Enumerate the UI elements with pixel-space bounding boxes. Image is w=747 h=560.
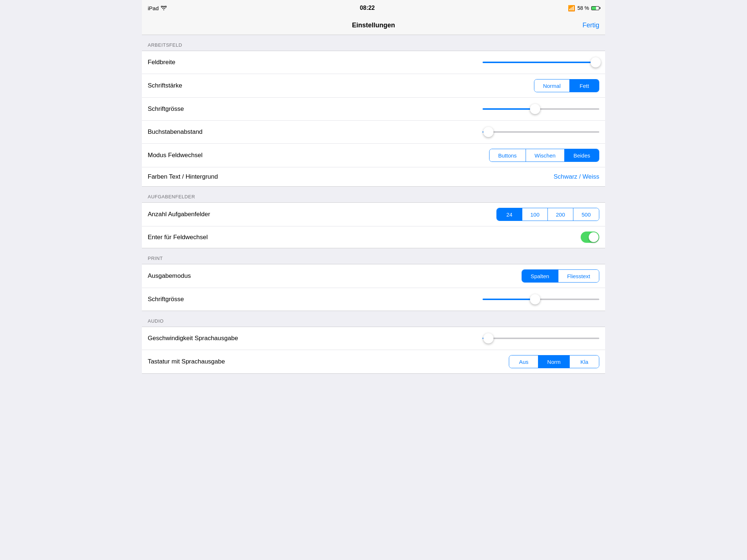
slider-schriftgroesse-print[interactable]	[483, 293, 599, 306]
page-title: Einstellungen	[352, 22, 395, 29]
row-schriftgroesse-print: Schriftgrösse	[142, 288, 605, 311]
audio-group: Geschwindigkeit Sprachausgabe Tastatur m…	[142, 327, 605, 374]
segmented-item-buttons[interactable]: Buttons	[489, 149, 526, 162]
segmented-item-beides[interactable]: Beides	[565, 149, 599, 162]
section-header-arbeitsfeld: ARBEITSFELD	[142, 35, 605, 51]
label-farben-text: Farben Text / Hintergrund	[148, 173, 218, 180]
label-modus-feldwechsel: Modus Feldwechsel	[148, 152, 202, 159]
control-ausgabemodus: Spalten Fliesstext	[191, 269, 599, 283]
segmented-item-aus[interactable]: Aus	[509, 355, 538, 368]
row-modus-feldwechsel: Modus Feldwechsel Buttons Wischen Beides	[142, 144, 605, 167]
row-enter-feldwechsel: Enter für Feldwechsel	[142, 226, 605, 248]
segmented-schriftstaerke[interactable]: Normal Fett	[534, 79, 599, 92]
row-schriftstaerke: Schriftstärke Normal Fett	[142, 74, 605, 98]
label-geschwindigkeit-sprachausgabe: Geschwindigkeit Sprachausgabe	[148, 335, 238, 342]
label-tastatur-sprachausgabe: Tastatur mit Sprachausgabe	[148, 358, 225, 365]
segmented-item-norm[interactable]: Norm	[538, 355, 570, 368]
label-schriftgroesse-print: Schriftgrösse	[148, 296, 184, 303]
label-anzahl-aufgabenfelder: Anzahl Aufgabenfelder	[148, 211, 210, 218]
slider-geschwindigkeit[interactable]	[483, 332, 599, 345]
label-buchstabenabstand: Buchstabenabstand	[148, 128, 202, 136]
wifi-icon	[161, 5, 167, 11]
slider-thumb-feldbreite[interactable]	[591, 57, 601, 67]
toggle-thumb-enter	[589, 232, 599, 242]
row-geschwindigkeit-sprachausgabe: Geschwindigkeit Sprachausgabe	[142, 327, 605, 350]
segmented-item-500[interactable]: 500	[573, 208, 599, 221]
section-header-audio: AUDIO	[142, 311, 605, 327]
segmented-item-200[interactable]: 200	[548, 208, 573, 221]
label-schriftstaerke: Schriftstärke	[148, 82, 182, 89]
aufgabenfelder-group: Anzahl Aufgabenfelder 24 100 200 500 Ent…	[142, 202, 605, 248]
segmented-anzahl[interactable]: 24 100 200 500	[496, 208, 599, 221]
row-farben-text[interactable]: Farben Text / Hintergrund Schwarz / Weis…	[142, 167, 605, 186]
segmented-item-fett[interactable]: Fett	[570, 79, 599, 92]
bluetooth-icon: 📶	[568, 5, 575, 12]
control-geschwindigkeit-sprachausgabe	[238, 332, 599, 345]
print-group: Ausgabemodus Spalten Fliesstext Schriftg…	[142, 264, 605, 311]
row-buchstabenabstand: Buchstabenabstand	[142, 121, 605, 144]
slider-feldbreite[interactable]	[483, 56, 599, 69]
row-feldbreite: Feldbreite	[142, 51, 605, 74]
segmented-item-normal[interactable]: Normal	[534, 79, 570, 92]
control-tastatur-sprachausgabe: Aus Norm Kla	[225, 355, 599, 368]
toggle-enter-feldwechsel[interactable]	[581, 232, 599, 243]
control-farben-text: Schwarz / Weiss	[218, 173, 599, 180]
segmented-ausgabemodus[interactable]: Spalten Fliesstext	[522, 269, 599, 283]
label-ausgabemodus: Ausgabemodus	[148, 272, 191, 280]
section-header-print: PRINT	[142, 248, 605, 264]
done-button[interactable]: Fertig	[582, 22, 599, 29]
control-schriftgroesse	[184, 103, 599, 115]
status-left: iPad	[148, 5, 167, 11]
slider-buchstabenabstand[interactable]	[483, 126, 599, 138]
status-right: 📶 58 %	[568, 5, 599, 12]
device-label: iPad	[148, 5, 159, 11]
segmented-item-wischen[interactable]: Wischen	[526, 149, 565, 162]
battery-icon	[591, 6, 599, 10]
slider-thumb-schriftgroesse[interactable]	[530, 104, 540, 114]
slider-thumb-buchstabenabstand[interactable]	[483, 127, 494, 137]
control-schriftgroesse-print	[184, 293, 599, 306]
control-anzahl-aufgabenfelder: 24 100 200 500	[210, 208, 599, 221]
control-buchstabenabstand	[202, 126, 599, 138]
segmented-item-spalten[interactable]: Spalten	[522, 270, 558, 282]
nav-bar: Einstellungen Fertig	[142, 16, 605, 35]
slider-schriftgroesse[interactable]	[483, 103, 599, 115]
row-schriftgroesse: Schriftgrösse	[142, 98, 605, 121]
label-schriftgroesse: Schriftgrösse	[148, 105, 184, 113]
control-schriftstaerke: Normal Fett	[182, 79, 599, 92]
control-enter-feldwechsel	[208, 232, 599, 243]
control-feldbreite	[175, 56, 599, 69]
arbeitsfeld-group: Feldbreite Schriftstärke Normal Fett Sch…	[142, 51, 605, 187]
row-tastatur-sprachausgabe: Tastatur mit Sprachausgabe Aus Norm Kla	[142, 350, 605, 373]
value-farben-text[interactable]: Schwarz / Weiss	[554, 173, 599, 180]
time-display: 08:22	[360, 5, 375, 11]
segmented-tastatur[interactable]: Aus Norm Kla	[509, 355, 599, 368]
slider-thumb-schriftgroesse-print[interactable]	[530, 294, 540, 304]
status-bar: iPad 08:22 📶 58 %	[142, 0, 605, 16]
control-modus-feldwechsel: Buttons Wischen Beides	[202, 149, 599, 162]
slider-thumb-geschwindigkeit[interactable]	[483, 333, 494, 343]
segmented-item-fliesstext[interactable]: Fliesstext	[558, 270, 599, 282]
section-header-aufgabenfelder: AUFGABENFELDER	[142, 187, 605, 202]
label-feldbreite: Feldbreite	[148, 59, 175, 66]
label-enter-feldwechsel: Enter für Feldwechsel	[148, 234, 208, 241]
segmented-item-24[interactable]: 24	[497, 208, 522, 221]
segmented-item-100[interactable]: 100	[522, 208, 548, 221]
row-anzahl-aufgabenfelder: Anzahl Aufgabenfelder 24 100 200 500	[142, 203, 605, 226]
row-ausgabemodus: Ausgabemodus Spalten Fliesstext	[142, 264, 605, 288]
segmented-item-kla[interactable]: Kla	[570, 355, 599, 368]
segmented-modus-feldwechsel[interactable]: Buttons Wischen Beides	[489, 149, 599, 162]
svg-point-0	[163, 9, 164, 10]
battery-percent: 58 %	[577, 5, 589, 11]
